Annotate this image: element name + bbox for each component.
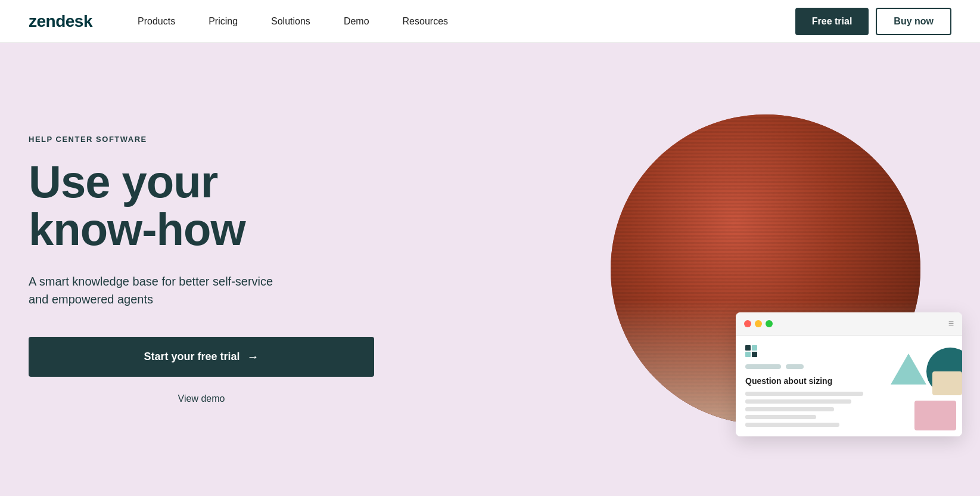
nav-actions: Free trial Buy now bbox=[795, 8, 951, 35]
content-line-5 bbox=[745, 423, 839, 427]
free-trial-button[interactable]: Free trial bbox=[795, 8, 869, 35]
tl-red bbox=[744, 320, 751, 327]
hero-section: HELP CENTER SOFTWARE Use your know-how A… bbox=[0, 43, 980, 496]
nav-item-solutions[interactable]: Solutions bbox=[254, 0, 327, 43]
start-trial-label: Start your free trial bbox=[144, 351, 239, 363]
hero-image-area: ≡ bbox=[441, 43, 980, 496]
nav-item-demo[interactable]: Demo bbox=[327, 0, 386, 43]
ui-card-content-lines bbox=[745, 392, 863, 427]
sq2 bbox=[752, 345, 757, 351]
nav-links: Products Pricing Solutions Demo Resource… bbox=[121, 0, 795, 43]
shape-pink-rect bbox=[914, 401, 956, 430]
content-line-4 bbox=[745, 415, 816, 419]
site-logo[interactable]: zendesk bbox=[29, 12, 92, 31]
shape-cream bbox=[932, 371, 962, 395]
card-shapes bbox=[879, 336, 962, 436]
bc-line-2 bbox=[786, 364, 804, 369]
ui-card-overlay: ≡ bbox=[736, 312, 962, 436]
hero-title: Use your know-how bbox=[29, 158, 374, 253]
arrow-icon: → bbox=[247, 350, 259, 364]
hero-label: HELP CENTER SOFTWARE bbox=[29, 135, 374, 144]
traffic-lights bbox=[744, 320, 773, 327]
buy-now-button[interactable]: Buy now bbox=[876, 8, 951, 35]
hero-content: HELP CENTER SOFTWARE Use your know-how A… bbox=[29, 135, 374, 404]
logo-squares bbox=[745, 345, 757, 357]
ui-card-body: Question about sizing bbox=[736, 336, 962, 436]
navbar: zendesk Products Pricing Solutions Demo … bbox=[0, 0, 980, 43]
hero-title-line2: know-how bbox=[29, 204, 245, 255]
ui-card-question: Question about sizing bbox=[745, 376, 863, 386]
sq3 bbox=[745, 352, 751, 357]
start-trial-button[interactable]: Start your free trial → bbox=[29, 337, 374, 377]
content-line-1 bbox=[745, 392, 863, 396]
sq1 bbox=[745, 345, 751, 351]
hero-title-line1: Use your bbox=[29, 156, 217, 207]
nav-item-resources[interactable]: Resources bbox=[386, 0, 465, 43]
content-line-2 bbox=[745, 399, 851, 404]
breadcrumb-lines bbox=[745, 364, 863, 369]
nav-item-products[interactable]: Products bbox=[121, 0, 192, 43]
shape-triangle bbox=[891, 354, 926, 385]
ui-card-titlebar: ≡ bbox=[736, 312, 962, 336]
tl-green bbox=[766, 320, 773, 327]
sq4 bbox=[752, 352, 757, 357]
tl-yellow bbox=[755, 320, 762, 327]
content-line-3 bbox=[745, 407, 834, 411]
bc-line-1 bbox=[745, 364, 781, 369]
hero-subtitle: A smart knowledge base for better self-s… bbox=[29, 272, 374, 308]
view-demo-link[interactable]: View demo bbox=[29, 393, 374, 404]
nav-item-pricing[interactable]: Pricing bbox=[192, 0, 254, 43]
menu-icon: ≡ bbox=[948, 318, 954, 329]
